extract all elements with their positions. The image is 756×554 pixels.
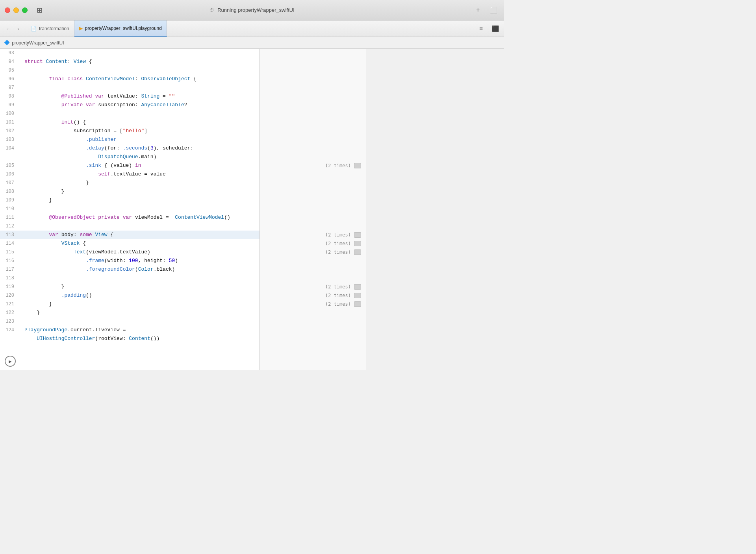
result-line (260, 135, 366, 144)
result-line (260, 118, 366, 127)
line-number: 113 (0, 231, 19, 239)
code-line: 110 (0, 205, 259, 213)
tab-transformation[interactable]: 📄 transformation (26, 20, 74, 37)
line-content: final class ContentViewModel: Observable… (24, 75, 259, 83)
line-content: @ObservedObject private var viewModel = … (24, 213, 259, 222)
line-number: 93 (0, 49, 19, 57)
code-line: 93 (0, 49, 259, 57)
line-number: 105 (0, 161, 19, 170)
line-number: 100 (0, 109, 19, 118)
line-content: private var subscription: AnyCancellable… (24, 101, 259, 109)
line-content: .delay(for: .seconds(3), scheduler: (24, 144, 259, 153)
line-content: } (24, 179, 259, 187)
tab-playground[interactable]: ▶ propertyWrapper_swiftUI.playground (74, 20, 167, 37)
toolbar-right: ≡ ⬛ (476, 24, 501, 33)
code-line: 94struct Content: View { (0, 57, 259, 66)
live-preview-panel (366, 49, 504, 370)
code-line: 99 private var subscription: AnyCancella… (0, 101, 259, 109)
code-line: UIHostingController(rootView: Content()) (0, 334, 259, 343)
line-number: 107 (0, 179, 19, 187)
result-line: (2 times) (260, 161, 366, 170)
line-content: struct Content: View { (24, 57, 259, 66)
split-view-button[interactable]: ⬜ (488, 6, 499, 15)
result-line (260, 101, 366, 109)
line-number: 111 (0, 213, 19, 222)
code-line: 96 final class ContentViewModel: Observa… (0, 75, 259, 83)
result-thumbnail[interactable] (354, 163, 361, 168)
code-line: 95 (0, 66, 259, 75)
tab-doc-icon: 📄 (31, 26, 37, 31)
code-line: 107 } (0, 179, 259, 187)
results-panel: (2 times)(2 times)(2 times)(2 times)(2 t… (260, 49, 366, 370)
line-number: 119 (0, 283, 19, 291)
result-line (260, 170, 366, 179)
add-button[interactable]: ＋ (472, 6, 484, 15)
result-line (260, 196, 366, 205)
line-content: subscription = ["hello"] (24, 127, 259, 135)
result-line (260, 92, 366, 101)
minimize-button[interactable] (13, 7, 19, 13)
title-bar-right: ＋ ⬜ (472, 6, 499, 15)
main-content: 9394struct Content: View {9596 final cla… (0, 49, 504, 370)
code-line: 100 (0, 109, 259, 118)
line-number: 108 (0, 187, 19, 196)
result-line (260, 49, 366, 57)
nav-back-button[interactable]: ‹ (3, 24, 13, 33)
toolbar: ‹ › 📄 transformation ▶ propertyWrapper_s… (0, 20, 504, 37)
result-thumbnail[interactable] (354, 284, 361, 290)
code-line: 111 @ObservedObject private var viewMode… (0, 213, 259, 222)
line-number: 120 (0, 291, 19, 300)
result-text: (2 times) (325, 232, 351, 238)
result-thumbnail[interactable] (354, 232, 361, 238)
editor-layout-button[interactable]: ≡ (476, 24, 487, 33)
code-line: 116 .frame(width: 100, height: 50) (0, 257, 259, 265)
line-number: 116 (0, 257, 19, 265)
result-line (260, 334, 366, 343)
result-line (260, 75, 366, 83)
window-title: Running propertyWrapper_swiftUI (217, 7, 295, 13)
close-button[interactable] (5, 7, 10, 13)
result-thumbnail[interactable] (354, 293, 361, 298)
code-line: 122 } (0, 308, 259, 317)
play-button-area: ▶ (0, 353, 259, 370)
line-number: 112 (0, 222, 19, 231)
code-line: 109 } (0, 196, 259, 205)
tab-transformation-label: transformation (39, 26, 69, 31)
result-thumbnail[interactable] (354, 241, 361, 246)
line-number: 122 (0, 308, 19, 317)
swift-file-icon: 🔷 (4, 40, 10, 46)
code-line: 108 } (0, 187, 259, 196)
line-content: PlaygroundPage.current.liveView = (24, 326, 259, 334)
result-thumbnail[interactable] (354, 301, 361, 307)
result-thumbnail[interactable] (354, 249, 361, 255)
line-content: } (24, 300, 259, 308)
result-line (260, 66, 366, 75)
result-line (260, 317, 366, 326)
breadcrumb-text: propertyWrapper_swiftUI (12, 40, 64, 46)
code-editor[interactable]: 9394struct Content: View {9596 final cla… (0, 49, 260, 370)
code-line: 113 var body: some View { (0, 231, 259, 239)
run-button[interactable]: ▶ (5, 356, 16, 367)
title-center: ⏱ Running propertyWrapper_swiftUI (209, 7, 295, 13)
line-number: 115 (0, 248, 19, 257)
result-line (260, 179, 366, 187)
line-number: 95 (0, 66, 19, 75)
result-line (260, 308, 366, 317)
code-line: 119 } (0, 283, 259, 291)
result-line (260, 187, 366, 196)
code-line: 120 .padding() (0, 291, 259, 300)
nav-forward-button[interactable]: › (13, 24, 23, 33)
line-number: 94 (0, 57, 19, 66)
sidebar-toggle-button[interactable]: ⊞ (34, 6, 45, 14)
result-text: (2 times) (325, 293, 351, 298)
result-line (260, 144, 366, 153)
window-controls (5, 7, 28, 13)
tab-playground-label: propertyWrapper_swiftUI.playground (85, 26, 162, 31)
line-number: 123 (0, 317, 19, 326)
maximize-button[interactable] (22, 7, 28, 13)
code-line: 105 .sink { (value) in (0, 161, 259, 170)
code-line: 101 init() { (0, 118, 259, 127)
result-line (260, 274, 366, 283)
split-editor-button[interactable]: ⬛ (490, 24, 501, 33)
toolbar-nav: ‹ › (3, 24, 23, 33)
